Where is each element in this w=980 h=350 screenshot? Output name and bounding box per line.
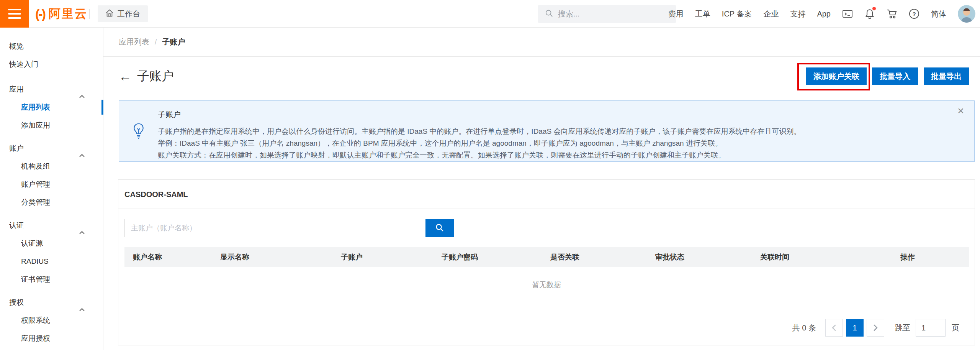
col-is-linked: 是否关联	[542, 247, 647, 267]
group-label: 授权	[9, 298, 24, 306]
sidebar-item-auth-source[interactable]: 认证源	[0, 234, 103, 252]
table-header-row: 账户名称 显示名称 子账户 子账户密码 是否关联 审批状态 关联时间 操作	[124, 247, 969, 267]
sidebar-item-account-mgmt[interactable]: 账户管理	[0, 175, 103, 193]
nav-item-enterprise[interactable]: 企业	[763, 9, 779, 19]
help-icon[interactable]: ?	[909, 8, 919, 19]
group-label: 应用	[9, 85, 24, 93]
sidebar-item-add-app[interactable]: 添加应用	[0, 116, 103, 134]
info-content: 子账户 子账户指的是在指定应用系统中，用户会以什么身份进行访问。主账户指的是 I…	[158, 101, 974, 161]
sidebar-group-authentication: 认证 认证源 RADIUS 证书管理	[0, 216, 103, 288]
col-account-name: 账户名称	[124, 247, 212, 267]
pagination-jump-label: 跳至	[895, 323, 910, 333]
sidebar-group-header-authentication[interactable]: 认证	[0, 216, 103, 234]
info-line: 子账户指的是在指定应用系统中，用户会以什么身份进行访问。主账户指的是 IDaaS…	[158, 125, 974, 137]
add-account-link-button[interactable]: 添加账户关联	[806, 67, 867, 85]
sidebar-item-cert-mgmt[interactable]: 证书管理	[0, 270, 103, 288]
nav-item-billing[interactable]: 费用	[668, 9, 684, 19]
aliyun-logo-mark: (-)	[35, 7, 45, 21]
aliyun-logo-text: 阿里云	[49, 6, 88, 22]
sidebar-item-app-authorization[interactable]: 应用授权	[0, 329, 103, 347]
sidebar-item-quickstart[interactable]: 快速入门	[0, 55, 103, 73]
batch-import-button[interactable]: 批量导入	[872, 67, 918, 85]
pagination-jump-input[interactable]	[916, 319, 946, 337]
sidebar-group-authorization: 授权 权限系统 应用授权	[0, 293, 103, 347]
group-label: 账户	[9, 144, 24, 152]
sidebar-item-label: 权限系统	[21, 316, 50, 324]
nav-item-icp[interactable]: ICP 备案	[722, 9, 752, 19]
svg-text:?: ?	[912, 11, 916, 17]
sidebar-item-label: 机构及组	[21, 162, 50, 170]
breadcrumb-current: 子账户	[162, 37, 185, 47]
sidebar-group-account: 账户 机构及组 账户管理 分类管理	[0, 139, 103, 211]
language-switch[interactable]: 简体	[931, 9, 946, 19]
breadcrumb: 应用列表 / 子账户	[103, 28, 980, 57]
nav-item-app[interactable]: App	[817, 10, 831, 18]
pagination-unit-label: 页	[952, 323, 959, 333]
card-title: CASDOOR-SAML	[118, 180, 975, 209]
hamburger-icon	[8, 9, 21, 10]
sidebar-group-header-authorization[interactable]: 授权	[0, 293, 103, 311]
app-root: (-) 阿里云 工作台 费用 工单 ICP 备案 企业 支持 App	[0, 0, 980, 350]
sidebar-item-radius[interactable]: RADIUS	[0, 252, 103, 270]
cart-icon[interactable]	[887, 8, 897, 19]
info-banner: 子账户 子账户指的是在指定应用系统中，用户会以什么身份进行访问。主账户指的是 I…	[119, 100, 975, 162]
search-button[interactable]	[425, 219, 454, 237]
navbar-divider	[89, 9, 90, 19]
sidebar-item-label: RADIUS	[21, 257, 49, 265]
terminal-icon[interactable]	[842, 8, 853, 19]
sidebar-item-app-list[interactable]: 应用列表	[0, 98, 103, 116]
pagination-next-button[interactable]	[867, 319, 884, 337]
page-title-row: ← 子账户	[119, 68, 174, 85]
col-sub-account-password: 子账户密码	[433, 247, 542, 267]
sidebar-item-label: 账户管理	[21, 180, 50, 188]
pagination-prev-button[interactable]	[825, 319, 843, 337]
nav-item-tickets[interactable]: 工单	[695, 9, 710, 19]
workbench-button[interactable]: 工作台	[98, 5, 148, 22]
avatar[interactable]	[958, 5, 975, 23]
close-icon[interactable]: ✕	[957, 107, 964, 115]
back-arrow-icon[interactable]: ←	[119, 68, 132, 85]
search-icon	[435, 223, 444, 233]
navbar-right-menu: 费用 工单 ICP 备案 企业 支持 App ? 简体	[668, 0, 975, 28]
sidebar-group-header-application[interactable]: 应用	[0, 80, 103, 98]
sidebar-item-label: 应用列表	[21, 103, 50, 111]
aliyun-logo[interactable]: (-) 阿里云	[35, 0, 88, 28]
nav-item-support[interactable]: 支持	[790, 9, 805, 19]
sidebar: 概览 快速入门 应用 应用列表 添加应用 账户 机构及组 账户管理 分类管理	[0, 28, 103, 350]
bell-icon[interactable]	[864, 8, 875, 19]
sidebar-item-overview[interactable]: 概览	[0, 37, 103, 55]
batch-export-button[interactable]: 批量导出	[924, 67, 969, 85]
account-search-row	[124, 219, 969, 237]
sidebar-item-label: 分类管理	[21, 198, 50, 206]
breadcrumb-separator: /	[155, 38, 157, 46]
sidebar-divider	[0, 75, 103, 75]
group-label: 认证	[9, 221, 24, 229]
sidebar-item-label: 认证源	[21, 239, 43, 247]
info-title: 子账户	[158, 109, 974, 119]
col-sub-account: 子账户	[332, 247, 433, 267]
primary-account-search-input[interactable]	[124, 219, 425, 237]
sidebar-item-label: 添加应用	[21, 121, 50, 129]
sidebar-item-label: 应用授权	[21, 334, 50, 342]
hamburger-menu-button[interactable]	[0, 0, 29, 28]
bulb-icon	[119, 101, 158, 161]
navbar-search-box[interactable]	[538, 5, 676, 23]
col-approval-status: 审批状态	[647, 247, 752, 267]
search-icon	[545, 9, 553, 19]
breadcrumb-parent-link[interactable]: 应用列表	[119, 37, 149, 47]
table-empty-state: 暂无数据	[118, 267, 975, 302]
top-navbar: (-) 阿里云 工作台 费用 工单 ICP 备案 企业 支持 App	[0, 0, 980, 28]
col-link-time: 关联时间	[752, 247, 892, 267]
info-line: 举例：IDaaS 中有主账户 张三（用户名 zhangsan），在企业的 BPM…	[158, 137, 974, 149]
sub-account-table: 账户名称 显示名称 子账户 子账户密码 是否关联 审批状态 关联时间 操作	[124, 247, 969, 267]
main-content: 应用列表 / 子账户 ← 子账户 添加账户关联 批量导入 批量导出 子账户	[103, 28, 980, 350]
pagination-page-1[interactable]: 1	[846, 319, 864, 337]
sidebar-item-category-mgmt[interactable]: 分类管理	[0, 193, 103, 211]
sidebar-item-permission-system[interactable]: 权限系统	[0, 311, 103, 329]
col-actions: 操作	[892, 247, 969, 267]
sidebar-item-org-groups[interactable]: 机构及组	[0, 157, 103, 175]
sidebar-group-header-account[interactable]: 账户	[0, 139, 103, 157]
col-display-name: 显示名称	[212, 247, 332, 267]
notification-dot	[872, 7, 876, 10]
navbar-search-input[interactable]	[558, 10, 665, 18]
